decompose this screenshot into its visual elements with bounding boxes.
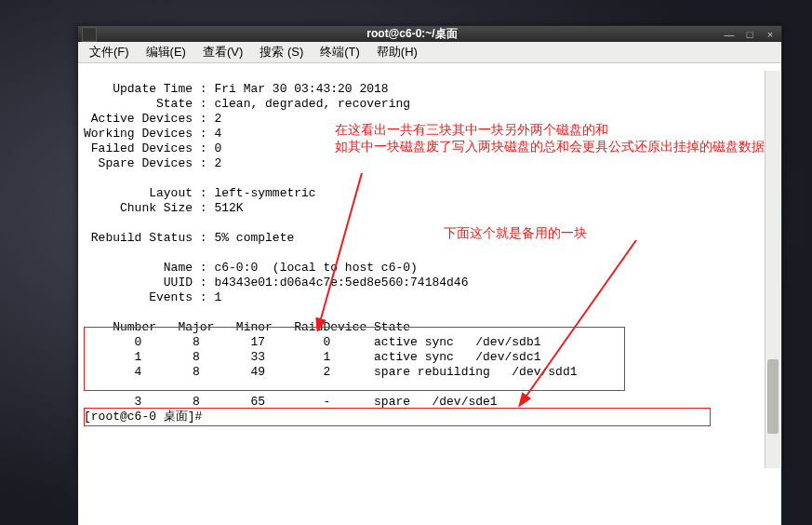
menu-file[interactable]: 文件(F) — [82, 42, 137, 62]
annotation-text-2: 下面这个就是备用的一块 — [444, 225, 723, 242]
line: Layout : left-symmetric — [84, 186, 316, 200]
window-icon — [82, 27, 97, 42]
line: 0 8 17 0 active sync /dev/sdb1 — [84, 335, 540, 349]
menu-view[interactable]: 查看(V) — [195, 42, 250, 62]
terminal-output[interactable]: Update Time : Fri Mar 30 03:43:20 2018 S… — [78, 63, 781, 525]
svg-line-0 — [320, 173, 362, 322]
line: State : clean, degraded, recovering — [84, 97, 410, 111]
arrow-icon — [311, 173, 376, 331]
line: 4 8 49 2 spare rebuilding /dev/sdd1 — [84, 365, 578, 379]
line: Number Major Minor RaidDevice State — [84, 320, 410, 334]
line: UUID : b4343e01:d06a4c7e:5ed8e560:74184d… — [84, 276, 468, 289]
line: Name : c6-0:0 (local to host c6-0) — [84, 261, 418, 275]
scroll-thumb[interactable] — [767, 359, 779, 434]
menu-help[interactable]: 帮助(H) — [369, 42, 425, 62]
line: Failed Devices : 0 — [84, 141, 221, 155]
scrollbar[interactable] — [765, 71, 780, 468]
menu-terminal[interactable]: 终端(T) — [313, 42, 367, 62]
line: Working Devices : 4 — [84, 127, 221, 141]
arrow-icon — [515, 240, 664, 408]
menu-search[interactable]: 搜索 (S) — [252, 42, 311, 62]
menu-edit[interactable]: 编辑(E) — [139, 42, 193, 62]
line: Chunk Size : 512K — [84, 201, 244, 215]
terminal-window: root@c6-0:~/桌面 — □ × 文件(F) 编辑(E) 查看(V) 搜… — [77, 25, 782, 470]
menubar: 文件(F) 编辑(E) 查看(V) 搜索 (S) 终端(T) 帮助(H) — [78, 42, 781, 63]
line: Rebuild Status : 5% complete — [84, 231, 294, 245]
titlebar[interactable]: root@c6-0:~/桌面 — □ × — [78, 26, 781, 42]
window-title: root@c6-0:~/桌面 — [102, 26, 722, 42]
line: 3 8 65 - spare /dev/sde1 — [84, 395, 498, 409]
annotation-text-1: 在这看出一共有三块其中一块另外两个磁盘的和 如其中一块磁盘废了写入两块磁盘的总和… — [335, 122, 772, 155]
close-button[interactable]: × — [763, 28, 778, 41]
minimize-button[interactable]: — — [722, 28, 737, 41]
maximize-button[interactable]: □ — [742, 28, 757, 41]
prompt: [root@c6-0 桌面]# — [84, 410, 209, 424]
line: Events : 1 — [84, 290, 221, 304]
line: Spare Devices : 2 — [84, 156, 221, 170]
line: Update Time : Fri Mar 30 03:43:20 2018 — [84, 82, 389, 96]
line: Active Devices : 2 — [84, 112, 221, 126]
line: 1 8 33 1 active sync /dev/sdc1 — [84, 350, 540, 364]
